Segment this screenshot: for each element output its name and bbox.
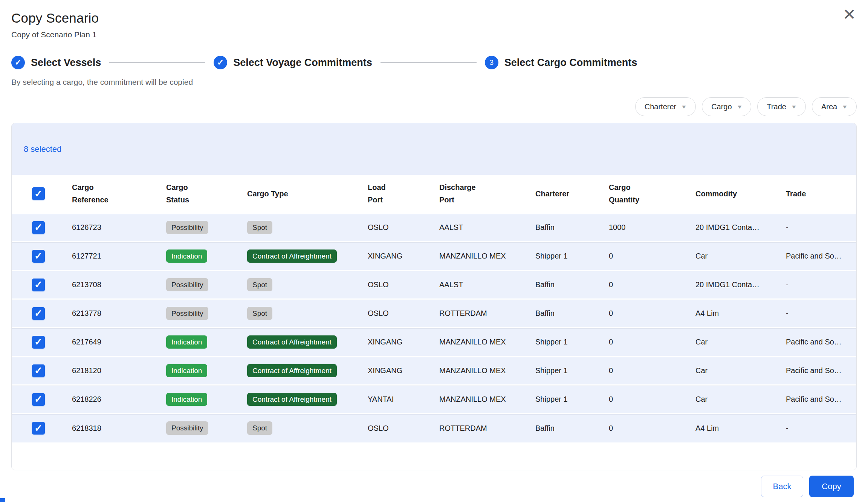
check-icon: ✓	[11, 56, 25, 69]
cell-trade: -	[775, 271, 857, 299]
cargo-status-badge: Possibility	[166, 307, 208, 320]
cell-charterer: Baffin	[524, 213, 598, 242]
filter-label: Trade	[767, 103, 786, 111]
close-icon[interactable]: ✕	[843, 7, 856, 23]
cell-cargo_type: Contract of Affreightment	[236, 242, 356, 271]
row-checkbox[interactable]: ✓	[32, 364, 45, 377]
cargo-status-badge: Indication	[166, 335, 207, 349]
cell-commodity: Car	[684, 357, 775, 385]
filter-label: Area	[821, 103, 837, 111]
select-all-checkbox[interactable]: ✓	[32, 187, 45, 200]
cell-commodity: 20 IMDG1 Conta…	[684, 213, 775, 242]
cargo-status-badge: Possibility	[166, 221, 208, 234]
cell-charterer: Shipper 1	[524, 357, 598, 385]
cell-cargo_quantity: 0	[598, 357, 684, 385]
cell-load_port: YANTAI	[356, 385, 428, 414]
cell-load_port: OSLO	[356, 271, 428, 299]
cell-commodity: A4 Lim	[684, 414, 775, 442]
step-1[interactable]: ✓Select Vessels	[11, 56, 101, 69]
cell-charterer: Baffin	[524, 271, 598, 299]
table-row[interactable]: ✓6218120IndicationContract of Affreightm…	[12, 357, 857, 385]
chevron-down-icon: ▼	[791, 104, 797, 110]
cargo-status-badge: Indication	[166, 393, 207, 406]
cell-trade: Pacific and So…	[775, 385, 857, 414]
cell-load_port: OSLO	[356, 299, 428, 328]
cell-charterer: Shipper 1	[524, 328, 598, 357]
cargo-status-badge: Possibility	[166, 278, 208, 292]
row-checkbox[interactable]: ✓	[32, 221, 45, 234]
table-row[interactable]: ✓6127721IndicationContract of Affreightm…	[12, 242, 857, 271]
column-header: Load Port	[356, 175, 428, 213]
back-button[interactable]: Back	[761, 476, 803, 497]
cell-commodity: Car	[684, 385, 775, 414]
table-row[interactable]: ✓6218226IndicationContract of Affreightm…	[12, 385, 857, 414]
cell-charterer: Baffin	[524, 414, 598, 442]
selection-banner: 8 selected	[12, 123, 856, 175]
row-checkbox[interactable]: ✓	[32, 393, 45, 406]
cell-cargo_quantity: 1000	[598, 213, 684, 242]
cargo-type-badge: Contract of Affreightment	[247, 364, 337, 378]
row-checkbox[interactable]: ✓	[32, 336, 45, 349]
cell-cargo_reference: 6218226	[61, 385, 155, 414]
cell-cargo_type: Spot	[236, 299, 356, 328]
filter-cargo[interactable]: Cargo▼	[702, 97, 751, 116]
step-3[interactable]: 3Select Cargo Commitments	[485, 56, 637, 69]
cargo-table: ✓ Cargo ReferenceCargo StatusCargo TypeL…	[12, 175, 857, 442]
filter-trade[interactable]: Trade▼	[757, 97, 805, 116]
filter-label: Cargo	[711, 103, 732, 111]
table-row[interactable]: ✓6213778PossibilitySpotOSLOROTTERDAMBaff…	[12, 299, 857, 328]
cargo-type-badge: Contract of Affreightment	[247, 393, 337, 406]
step-1-label: Select Vessels	[31, 57, 101, 69]
row-checkbox[interactable]: ✓	[32, 279, 45, 291]
cell-cargo_status: Indication	[155, 328, 236, 357]
step-2[interactable]: ✓Select Voyage Commitments	[214, 56, 372, 69]
copy-button[interactable]: Copy	[809, 476, 854, 497]
row-checkbox[interactable]: ✓	[32, 250, 45, 263]
cell-cargo_status: Indication	[155, 357, 236, 385]
background-app-edge	[0, 498, 5, 502]
cell-cargo_reference: 6217649	[61, 328, 155, 357]
cell-trade: -	[775, 414, 857, 442]
cell-commodity: 20 IMDG1 Conta…	[684, 271, 775, 299]
table-row[interactable]: ✓6218318PossibilitySpotOSLOROTTERDAMBaff…	[12, 414, 857, 442]
cell-discharge_port: AALST	[428, 213, 524, 242]
row-checkbox[interactable]: ✓	[32, 307, 45, 320]
cell-trade: Pacific and So…	[775, 328, 857, 357]
cell-cargo_quantity: 0	[598, 271, 684, 299]
cargo-type-badge: Spot	[247, 307, 272, 320]
table-row[interactable]: ✓6126723PossibilitySpotOSLOAALSTBaffin10…	[12, 213, 857, 242]
cell-cargo_reference: 6213778	[61, 299, 155, 328]
table-row[interactable]: ✓6213708PossibilitySpotOSLOAALSTBaffin02…	[12, 271, 857, 299]
cell-cargo_quantity: 0	[598, 242, 684, 271]
cell-cargo_status: Possibility	[155, 271, 236, 299]
step-description: By selecting a cargo, the commitment wil…	[11, 78, 857, 87]
column-header: Cargo Reference	[61, 175, 155, 213]
dialog-footer: Back Copy	[11, 476, 857, 497]
table-header-row: ✓ Cargo ReferenceCargo StatusCargo TypeL…	[12, 175, 857, 213]
column-header: Charterer	[524, 175, 598, 213]
cargo-commitments-card: 8 selected ✓ Cargo ReferenceCargo Status…	[11, 123, 857, 470]
cell-cargo_type: Contract of Affreightment	[236, 357, 356, 385]
row-checkbox[interactable]: ✓	[32, 422, 45, 435]
dialog-subtitle: Copy of Scenario Plan 1	[11, 30, 857, 39]
column-header: Cargo Quantity	[598, 175, 684, 213]
stepper: ✓Select Vessels✓Select Voyage Commitment…	[11, 54, 857, 71]
chevron-down-icon: ▼	[681, 104, 687, 110]
cell-cargo_quantity: 0	[598, 328, 684, 357]
dialog-title: Copy Scenario	[11, 11, 857, 26]
check-icon: ✓	[214, 56, 227, 69]
column-header: Trade	[775, 175, 857, 213]
cell-cargo_status: Indication	[155, 385, 236, 414]
cell-cargo_type: Contract of Affreightment	[236, 385, 356, 414]
table-row[interactable]: ✓6217649IndicationContract of Affreightm…	[12, 328, 857, 357]
selection-count: 8 selected	[24, 144, 61, 154]
filter-label: Charterer	[645, 103, 676, 111]
cell-discharge_port: AALST	[428, 271, 524, 299]
column-header: Cargo Type	[236, 175, 356, 213]
cargo-type-badge: Spot	[247, 278, 272, 292]
copy-scenario-dialog: Copy Scenario Copy of Scenario Plan 1 ✕ …	[0, 0, 868, 502]
filter-charterer[interactable]: Charterer▼	[635, 97, 696, 116]
step-number-badge: 3	[485, 56, 498, 69]
filter-area[interactable]: Area▼	[812, 97, 857, 116]
column-header: Cargo Status	[155, 175, 236, 213]
